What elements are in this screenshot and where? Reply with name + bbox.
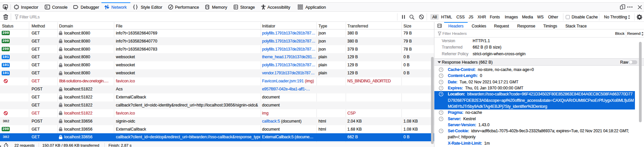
svg-text:?: ? [440,80,442,84]
svg-text:?: ? [440,86,442,90]
svg-text:?: ? [440,74,442,77]
svg-text:?: ? [440,92,442,96]
svg-text:?: ? [440,68,442,71]
svg-text:?: ? [440,111,442,114]
svg-text:?: ? [440,129,442,133]
svg-text:?: ? [440,117,442,121]
